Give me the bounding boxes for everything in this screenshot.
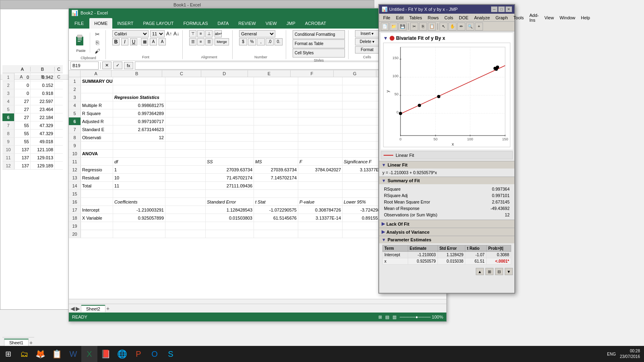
cell[interactable] <box>165 190 206 197</box>
align-center-button[interactable]: ≡ <box>197 38 204 45</box>
cell[interactable] <box>165 214 206 222</box>
taskbar-word[interactable]: W <box>65 346 81 362</box>
cell[interactable]: Standard Error <box>206 198 254 206</box>
align-bottom-button[interactable]: ⊥ <box>205 30 213 37</box>
cell-styles-button[interactable]: Cell Styles <box>293 49 345 58</box>
cell[interactable] <box>165 93 206 101</box>
fill-color-button[interactable]: A <box>150 38 157 45</box>
jmp-menu-edit[interactable]: Edit <box>394 14 406 21</box>
cell[interactable]: SS <box>206 158 254 165</box>
prev-sheet-button[interactable]: ◀ <box>70 305 75 312</box>
cell[interactable] <box>298 182 343 189</box>
cell[interactable] <box>206 77 254 85</box>
tab-acrobat[interactable]: ACROBAT <box>300 18 331 29</box>
jmp-cut-button[interactable]: ✂ <box>410 23 418 31</box>
cell[interactable] <box>206 125 254 133</box>
align-left-button[interactable]: ☰ <box>189 38 196 45</box>
cell[interactable]: 0.998681275 <box>113 101 165 109</box>
cell[interactable] <box>206 142 254 149</box>
cell[interactable] <box>298 117 343 125</box>
format-as-table-button[interactable]: Format as Table <box>293 39 345 48</box>
cell[interactable]: 0.997364289 <box>113 109 165 117</box>
cell[interactable]: 11 <box>113 182 165 189</box>
tab-review[interactable]: REVIEW <box>233 18 260 29</box>
cell[interactable]: 61.5145676 <box>254 214 298 222</box>
font-size-select[interactable]: 11 <box>150 30 165 37</box>
cell[interactable] <box>254 101 298 109</box>
taskbar-pdf[interactable]: 📕 <box>97 346 114 362</box>
jmp-open-button[interactable]: 📁 <box>390 23 398 31</box>
cell[interactable] <box>254 93 298 101</box>
jmp-collapse-button[interactable]: ⊟ <box>495 268 503 275</box>
jmp-close-button[interactable]: ✕ <box>506 6 512 12</box>
cell[interactable]: 27111.09436 <box>206 182 254 189</box>
cell[interactable]: Coefficients <box>113 198 165 206</box>
jmp-menu-cols[interactable]: Cols <box>442 14 456 21</box>
cell[interactable] <box>298 134 343 141</box>
copy-button[interactable]: ⎘ <box>93 39 102 47</box>
wrap-text-button[interactable]: ab↵ <box>215 30 222 37</box>
cell[interactable]: Intercept <box>81 206 113 214</box>
jmp-menu-view[interactable]: View <box>542 14 557 21</box>
cell[interactable]: 71.45702174 <box>206 174 254 181</box>
cell[interactable] <box>165 222 206 230</box>
jmp-menu-analyze[interactable]: Analyze <box>472 14 492 21</box>
linear-fit-section-header[interactable]: ▼ Linear Fit <box>379 161 514 169</box>
sheet-tab-sheet2[interactable]: Sheet2 <box>81 305 105 312</box>
cell[interactable]: 3.13377E-14 <box>298 214 343 222</box>
cell[interactable] <box>298 142 343 149</box>
cell[interactable]: Regressio <box>81 166 113 173</box>
cell[interactable] <box>254 182 298 189</box>
italic-button[interactable]: I <box>121 38 128 45</box>
cell[interactable] <box>81 93 113 101</box>
cell[interactable] <box>165 125 206 133</box>
bg-sheet-tab-sheet1[interactable]: Sheet1 <box>4 339 29 346</box>
underline-button[interactable]: U <box>130 38 137 45</box>
cell[interactable]: P-value <box>298 198 343 206</box>
cell[interactable] <box>206 190 254 197</box>
cell[interactable]: df <box>113 158 165 165</box>
cell[interactable]: Standard E <box>81 125 113 133</box>
border-button[interactable]: ▦ <box>141 38 148 45</box>
cell[interactable] <box>254 150 298 157</box>
cell[interactable] <box>81 158 113 165</box>
cell[interactable] <box>254 230 298 238</box>
cell[interactable] <box>206 117 254 125</box>
cell[interactable] <box>165 142 206 149</box>
bg-add-sheet-button[interactable]: + <box>29 339 33 346</box>
cancel-formula-button[interactable]: ✕ <box>102 62 111 69</box>
format-button[interactable]: Format <box>355 46 379 53</box>
cell[interactable]: 27039.63734 <box>206 166 254 173</box>
next-sheet-button[interactable]: ▶ <box>76 305 80 312</box>
cell[interactable]: Residual <box>81 174 113 181</box>
paste-button[interactable] <box>74 33 87 49</box>
cell[interactable] <box>81 198 113 206</box>
cell[interactable] <box>165 158 206 165</box>
cell[interactable]: 0.01503803 <box>206 214 254 222</box>
taskbar-ie[interactable]: 🌐 <box>114 346 130 362</box>
taskbar-firefox[interactable]: 🦊 <box>32 346 49 362</box>
font-family-select[interactable]: Calibri <box>112 30 149 37</box>
cell[interactable] <box>165 174 206 181</box>
cell[interactable]: Adjusted R <box>81 117 113 125</box>
increase-decimal-button[interactable]: .0 <box>266 38 274 45</box>
decrease-font-button[interactable]: A↓ <box>173 31 179 37</box>
jmp-menu-graph[interactable]: Graph <box>493 14 510 21</box>
jmp-menu-tables[interactable]: Tables <box>407 14 425 21</box>
merge-cells-button[interactable]: Merge <box>215 38 229 45</box>
cell[interactable]: 3784.042027 <box>298 166 343 173</box>
cell[interactable] <box>165 198 206 206</box>
jmp-scroll-down-button[interactable]: ▼ <box>505 268 513 275</box>
jmp-tool2[interactable]: ✋ <box>448 23 456 31</box>
cell[interactable]: 0.997100717 <box>113 117 165 125</box>
cell[interactable] <box>165 206 206 214</box>
cell[interactable] <box>165 117 206 125</box>
cell[interactable] <box>113 230 165 238</box>
cell[interactable] <box>254 117 298 125</box>
cell[interactable] <box>113 222 165 230</box>
cell[interactable] <box>206 150 254 157</box>
name-box[interactable] <box>70 62 99 70</box>
cell[interactable] <box>165 109 206 117</box>
tab-home[interactable]: HOME <box>89 18 112 29</box>
cell[interactable]: t Stat <box>254 198 298 206</box>
